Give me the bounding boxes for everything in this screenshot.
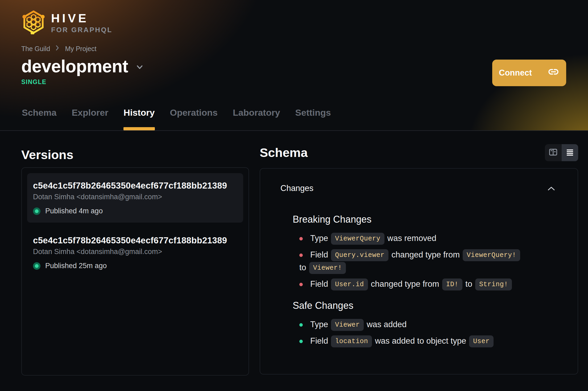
code-chip: Viewer! xyxy=(309,262,346,274)
target-tabs: Schema Explorer History Operations Labor… xyxy=(22,108,331,130)
app-header: HIVE FOR GRAPHQL The Guild My Project de… xyxy=(0,0,588,131)
code-chip: Query.viewer xyxy=(331,249,388,261)
code-chip: Viewer xyxy=(331,319,364,331)
code-chip: location xyxy=(331,335,372,347)
published-dot-icon xyxy=(33,207,40,215)
change-text: Type xyxy=(310,320,328,329)
split-view-button[interactable] xyxy=(545,144,562,161)
change-text: was added to object type xyxy=(375,336,466,346)
schema-column: Schema xyxy=(260,131,578,375)
code-chip: String! xyxy=(475,278,512,290)
change-text: Type xyxy=(310,234,328,243)
versions-column: Versions c5e4c1c5f78b26465350e4ecf677cf1… xyxy=(21,131,249,376)
chevron-up-icon xyxy=(547,184,555,193)
schema-header: Schema xyxy=(260,144,578,161)
change-text: to xyxy=(465,279,472,289)
breaking-changes-section: Breaking Changes TypeViewerQuerywas remo… xyxy=(293,214,555,291)
hive-logo[interactable]: HIVE FOR GRAPHQL xyxy=(21,10,567,35)
safe-bullet-icon xyxy=(299,340,303,343)
tab-history[interactable]: History xyxy=(123,108,155,130)
connect-button[interactable]: Connect xyxy=(492,60,566,86)
safe-changes-section: Safe Changes TypeViewerwas added Fieldlo… xyxy=(293,300,555,348)
target-row: development xyxy=(21,57,567,76)
change-row: TypeViewerQuerywas removed xyxy=(299,232,555,245)
link-icon xyxy=(547,66,560,80)
change-text: Field xyxy=(310,336,328,346)
breaking-bullet-icon xyxy=(299,253,303,257)
breadcrumb-project[interactable]: My Project xyxy=(65,45,96,53)
safe-bullet-icon xyxy=(299,323,303,327)
code-chip: ViewerQuery! xyxy=(463,249,520,261)
tab-operations[interactable]: Operations xyxy=(170,108,218,130)
change-row: FieldUser.idchanged type fromID!toString… xyxy=(299,278,555,291)
code-chip: User xyxy=(469,335,494,347)
breaking-bullet-icon xyxy=(299,283,303,286)
schema-view-toggle xyxy=(545,144,578,161)
version-status-label: Published 25m ago xyxy=(45,262,107,270)
versions-heading: Versions xyxy=(21,148,249,162)
safe-changes-title: Safe Changes xyxy=(293,300,555,311)
version-status: Published 25m ago xyxy=(33,262,235,270)
published-dot-icon xyxy=(33,262,40,270)
code-chip: ViewerQuery xyxy=(331,233,384,245)
hive-app: HIVE FOR GRAPHQL The Guild My Project de… xyxy=(0,0,588,391)
safe-changes-list: TypeViewerwas added Fieldlocationwas add… xyxy=(299,319,555,348)
breadcrumb: The Guild My Project xyxy=(21,44,567,53)
main-content: Versions c5e4c1c5f78b26465350e4ecf677cf1… xyxy=(0,131,588,376)
schema-heading: Schema xyxy=(260,146,308,160)
target-name: development xyxy=(21,57,128,76)
changes-collapse-header[interactable]: Changes xyxy=(280,184,555,193)
change-text: to xyxy=(299,263,306,272)
change-text: was removed xyxy=(387,234,436,243)
connect-button-label: Connect xyxy=(499,68,532,78)
version-status: Published 4m ago xyxy=(33,207,235,215)
version-author: Dotan Simha <dotansimha@gmail.com> xyxy=(33,248,235,256)
breadcrumb-chevron-icon xyxy=(55,44,60,53)
breaking-changes-list: TypeViewerQuerywas removed FieldQuery.vi… xyxy=(299,232,555,291)
list-view-icon xyxy=(565,148,574,158)
change-row: FieldQuery.viewerchanged type fromViewer… xyxy=(299,249,555,274)
tab-schema[interactable]: Schema xyxy=(22,108,56,130)
version-item-selected[interactable]: c5e4c1c5f78b26465350e4ecf677cf188bb21389… xyxy=(27,173,243,223)
tab-explorer[interactable]: Explorer xyxy=(72,108,108,130)
version-hash: c5e4c1c5f78b26465350e4ecf677cf188bb21389 xyxy=(33,181,235,191)
change-text: Field xyxy=(310,250,328,259)
changes-title: Changes xyxy=(280,184,313,193)
target-mode-badge: SINGLE xyxy=(21,78,567,86)
code-chip: ID! xyxy=(442,278,463,290)
breadcrumb-org[interactable]: The Guild xyxy=(21,45,50,53)
tab-settings[interactable]: Settings xyxy=(295,108,331,130)
version-item[interactable]: c5e4c1c5f78b26465350e4ecf677cf188bb21389… xyxy=(27,228,243,277)
change-row: TypeViewerwas added xyxy=(299,319,555,331)
brand-name: HIVE xyxy=(51,12,113,24)
tab-laboratory[interactable]: Laboratory xyxy=(233,108,280,130)
versions-list: c5e4c1c5f78b26465350e4ecf677cf188bb21389… xyxy=(21,167,249,376)
version-hash: c5e4c1c5f78b26465350e4ecf677cf188bb21389 xyxy=(33,235,235,246)
target-selector-chevron-down-icon[interactable] xyxy=(136,63,144,72)
split-view-icon xyxy=(548,147,558,158)
change-text: Field xyxy=(310,279,328,289)
breaking-changes-title: Breaking Changes xyxy=(293,214,555,225)
list-view-button[interactable] xyxy=(562,144,578,161)
version-author: Dotan Simha <dotansimha@gmail.com> xyxy=(33,193,235,201)
change-text: changed type from xyxy=(391,250,460,259)
change-row: Fieldlocationwas added to object typeUse… xyxy=(299,335,555,348)
change-text: was added xyxy=(367,320,407,329)
breaking-bullet-icon xyxy=(299,237,303,240)
version-status-label: Published 4m ago xyxy=(45,207,103,215)
hive-hexagon-icon xyxy=(21,10,46,35)
schema-changes-panel: Changes Breaking Changes TypeViewerQuery… xyxy=(260,168,578,375)
code-chip: User.id xyxy=(331,278,368,290)
change-text: changed type from xyxy=(371,279,439,289)
hive-wordmark: HIVE FOR GRAPHQL xyxy=(51,12,113,33)
brand-tagline: FOR GRAPHQL xyxy=(51,26,113,33)
